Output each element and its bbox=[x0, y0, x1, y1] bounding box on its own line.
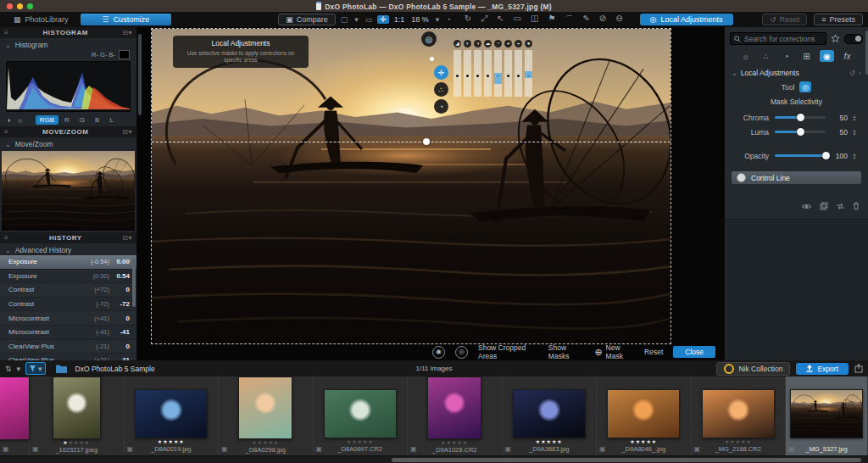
slider-thumb[interactable] bbox=[797, 114, 804, 121]
history-panel-header[interactable]: ≡ HISTORY ⊟▾ bbox=[0, 232, 136, 243]
control-line-handle[interactable] bbox=[423, 138, 430, 145]
share-icon[interactable] bbox=[854, 364, 863, 373]
movezoom-panel-header[interactable]: ≡ MOVE/ZOOM ⊟▾ bbox=[0, 126, 136, 137]
equalizer-slider-bar[interactable] bbox=[494, 50, 502, 97]
thumbnail-image[interactable] bbox=[427, 377, 481, 439]
section-expand-icon[interactable]: › bbox=[859, 69, 861, 77]
thumbnail-cell[interactable]: ★★★★★_D8A0298.jpg▣ bbox=[219, 377, 314, 455]
movezoom-preview[interactable] bbox=[2, 151, 135, 231]
movezoom-section-title[interactable]: ⌄ Move/Zoom bbox=[0, 137, 136, 149]
eq-selectivity-button[interactable]: ✛ bbox=[434, 65, 448, 80]
show-mask-overlay-icon[interactable]: ◉ bbox=[432, 346, 445, 359]
thumbnail-image[interactable] bbox=[53, 377, 101, 439]
equalizer-slider-bar[interactable] bbox=[515, 50, 522, 97]
thumbnail-image[interactable] bbox=[135, 389, 208, 438]
curve-tool-icon[interactable]: ⌒ bbox=[563, 14, 575, 25]
thumbnail-image[interactable] bbox=[0, 377, 30, 440]
filmstrip-scrollbar[interactable] bbox=[0, 455, 868, 463]
frame-icon[interactable]: ▭ bbox=[364, 15, 375, 24]
histogram-channel-g[interactable]: G bbox=[75, 115, 89, 125]
equalizer-slider-bar[interactable] bbox=[484, 50, 492, 97]
thumbnail-image[interactable] bbox=[238, 377, 292, 439]
thumbnail-rating[interactable]: ★★★★★ bbox=[536, 438, 563, 445]
equalizer-slider-bar[interactable] bbox=[453, 50, 461, 97]
histogram-channel-rgb[interactable]: RGB bbox=[36, 115, 58, 125]
zoom-ratio-label[interactable]: 1:1 bbox=[392, 15, 407, 24]
compare-button[interactable]: ▣ Compare bbox=[278, 14, 336, 25]
filmstrip-scrollbar-thumb[interactable] bbox=[392, 458, 861, 462]
panel-options-icon[interactable]: ⊟▾ bbox=[122, 29, 132, 36]
delete-mask-icon[interactable] bbox=[853, 202, 860, 210]
thumbnail-rating[interactable]: ★★★★★ bbox=[63, 439, 90, 446]
highlight-clipping-icon[interactable]: ☼ bbox=[16, 116, 23, 125]
new-mask-button[interactable]: ⊕ New Mask bbox=[594, 343, 634, 360]
equalizer-column[interactable]: ◑ bbox=[474, 40, 481, 97]
thumbnail-cell[interactable]: ▣ bbox=[0, 377, 30, 455]
tab-detail-icon[interactable]: ◔ bbox=[779, 50, 793, 62]
thumbnail-rating[interactable]: ★★★★★ bbox=[725, 438, 752, 445]
panel-options-icon[interactable]: ⊟▾ bbox=[122, 234, 132, 242]
folder-name[interactable]: DxO PhotoLab 5 Sample bbox=[75, 365, 155, 373]
view-mode-icon[interactable]: ▢ bbox=[339, 15, 350, 24]
export-button[interactable]: Export bbox=[796, 363, 849, 375]
thumbnail-image[interactable] bbox=[702, 389, 775, 438]
mask-point[interactable] bbox=[430, 57, 434, 61]
tab-color-icon[interactable]: ∴ bbox=[759, 50, 773, 62]
reset-button[interactable]: ↺ Reset bbox=[762, 14, 807, 25]
histogram-panel-header[interactable]: ≡ HISTOGRAM ⊟▾ bbox=[0, 27, 136, 38]
slider-track[interactable] bbox=[775, 131, 826, 133]
slider-stepper[interactable]: ▲▼ bbox=[849, 129, 860, 136]
equalizer-column[interactable]: ◐ bbox=[464, 40, 471, 97]
zoom-percent-value[interactable]: 18 % bbox=[409, 15, 431, 24]
tab-light-icon[interactable]: ☼ bbox=[738, 50, 753, 62]
equalizer-column[interactable]: ☁ bbox=[484, 40, 492, 97]
thumbnail-rating[interactable]: ★★★★★ bbox=[441, 439, 468, 446]
thumbnail-cell[interactable]: ★★★★★_1023217.jpeg▣ bbox=[30, 377, 125, 455]
nik-collection-button[interactable]: Nik Collection bbox=[716, 362, 790, 376]
rotate-tool-icon[interactable]: ↻ bbox=[463, 14, 473, 25]
duplicate-mask-icon[interactable] bbox=[820, 202, 828, 210]
history-item[interactable]: Exposure(0.00)0.54 bbox=[0, 270, 136, 284]
favorites-star-icon[interactable] bbox=[831, 34, 840, 43]
slider-thumb[interactable] bbox=[822, 152, 830, 159]
crop-tool-icon[interactable]: ⤢ bbox=[479, 14, 489, 25]
equalizer-column[interactable]: ◒ bbox=[515, 40, 522, 97]
active-tool-chip[interactable]: ◎ bbox=[799, 81, 811, 92]
zoom-dropdown-icon[interactable]: ▾ bbox=[434, 15, 442, 24]
thumbnail-image[interactable] bbox=[607, 389, 680, 438]
thumbnail-cell[interactable]: ★★★★★_D9A1028.CR2▣ bbox=[408, 377, 503, 455]
equalizer-slider-bar[interactable] bbox=[525, 50, 532, 97]
equalizer-column[interactable]: ● bbox=[525, 40, 532, 97]
section-reset-icon[interactable]: ↺ bbox=[849, 69, 855, 77]
invert-mask-icon[interactable] bbox=[836, 203, 845, 210]
equalizer-column[interactable]: ◔ bbox=[494, 40, 502, 97]
history-item[interactable]: Exposure(-0.54)0.00 bbox=[0, 255, 136, 270]
tab-geometry-icon[interactable]: ⊞ bbox=[799, 50, 814, 62]
histogram-channel-r[interactable]: R bbox=[60, 115, 74, 125]
flag-tool-icon[interactable]: ⚑ bbox=[546, 14, 557, 25]
eq-color-button[interactable]: ∴ bbox=[434, 82, 448, 97]
thumbnail-rating[interactable]: ★★★★★ bbox=[813, 438, 840, 445]
active-corrections-toggle[interactable] bbox=[844, 34, 863, 44]
horizon-tool-icon[interactable]: ▭ bbox=[512, 14, 523, 25]
move-tool-icon[interactable]: ✛ bbox=[377, 15, 389, 24]
mask-list-item-control-line[interactable]: Control Line bbox=[732, 171, 861, 184]
equalizer-slider-bar[interactable] bbox=[474, 50, 481, 97]
thumbnail-rating[interactable]: ★★★★★ bbox=[347, 438, 374, 445]
tab-effects-icon[interactable]: fx bbox=[840, 50, 854, 62]
history-item[interactable]: Microcontrast(-41)-41 bbox=[0, 326, 136, 340]
mask-anchor-icon[interactable]: ◎ bbox=[421, 31, 437, 47]
tab-photolibrary[interactable]: ▦ PhotoLibrary bbox=[5, 14, 77, 25]
thumbnail-rating[interactable]: ★★★★★ bbox=[252, 439, 279, 446]
thumbnail-cell[interactable]: ★★★★★_MG_2188.CR2▣ bbox=[692, 377, 787, 455]
show-cropped-areas-label[interactable]: Show Cropped Areas bbox=[478, 343, 538, 360]
tab-local-adjustments-icon[interactable]: ◉ bbox=[820, 50, 834, 62]
thumbnail-cell[interactable]: ★★★★★_D8A0019.jpg▣ bbox=[125, 377, 220, 455]
thumbnail-cell[interactable]: ★★★★★_D9A3683.jpg▣ bbox=[503, 377, 598, 455]
hand-tool-icon[interactable]: ◔ bbox=[444, 15, 452, 24]
pointer-tool-icon[interactable]: ↖ bbox=[495, 14, 505, 25]
slider-stepper[interactable]: ▲▼ bbox=[849, 153, 860, 159]
thumbnail-cell[interactable]: ★★★★★_MG_5327.jpg▣ bbox=[786, 377, 868, 455]
sort-icon[interactable]: ⇅ bbox=[5, 365, 12, 373]
slider-stepper[interactable]: ▲▼ bbox=[849, 114, 860, 121]
